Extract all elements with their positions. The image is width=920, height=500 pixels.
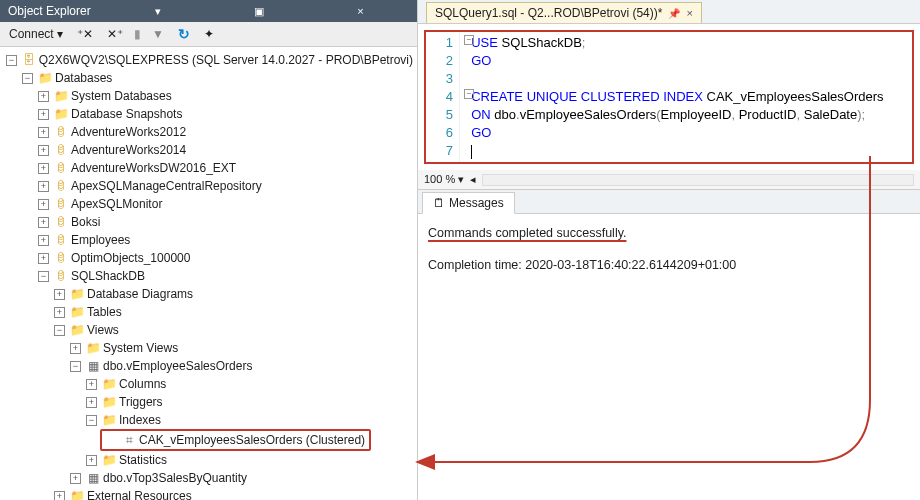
filter-icon[interactable]: ▼ (149, 26, 167, 42)
db-node[interactable]: +🛢ApexSQLMonitor (36, 195, 415, 213)
db-node[interactable]: +🛢OptimObjects_100000 (36, 249, 415, 267)
db-node[interactable]: +🛢AdventureWorks2012 (36, 123, 415, 141)
index-cak-vemployeessalesorders-node[interactable]: ·⌗CAK_vEmployeesSalesOrders (Clustered) (100, 429, 371, 451)
activity-icon[interactable]: ✦ (201, 26, 217, 42)
zoom-bar: 100 % ▾ ◂ (418, 170, 920, 190)
zoom-level[interactable]: 100 % ▾ (424, 173, 464, 186)
dropdown-icon[interactable]: ▾ (109, 5, 206, 18)
tab-messages[interactable]: 🗒 Messages (422, 192, 515, 214)
completion-time: Completion time: 2020-03-18T16:40:22.614… (428, 254, 910, 276)
scroll-left-icon[interactable]: ◂ (470, 173, 476, 186)
connect-button[interactable]: Connect ▾ (6, 26, 66, 42)
server-node[interactable]: −🗄 Q2X6WQV2\SQLEXPRESS (SQL Server 14.0.… (4, 51, 415, 69)
indexes-node[interactable]: −📁Indexes (84, 411, 415, 429)
external-resources-node[interactable]: +📁External Resources (52, 487, 415, 500)
object-tree[interactable]: −🗄 Q2X6WQV2\SQLEXPRESS (SQL Server 14.0.… (0, 47, 417, 500)
columns-node[interactable]: +📁Columns (84, 375, 415, 393)
sqlshackdb-node[interactable]: −🛢SQLShackDB (36, 267, 415, 285)
view-vtop3salesbyquantity-node[interactable]: +▦dbo.vTop3SalesByQuantity (68, 469, 415, 487)
statistics-node[interactable]: +📁Statistics (84, 451, 415, 469)
disconnect-all-icon[interactable]: ✕⁺ (104, 26, 126, 42)
system-databases-node[interactable]: +📁System Databases (36, 87, 415, 105)
databases-node[interactable]: −📁 Databases (20, 69, 415, 87)
object-explorer-toolbar: Connect ▾ ⁺✕ ✕⁺ ▮ ▼ ↻ ✦ (0, 22, 417, 47)
editor-tabs: SQLQuery1.sql - Q2...ROD\BPetrovi (54))*… (418, 0, 920, 24)
code-editor[interactable]: 1234567 USE SQLShackDB; GO CREATE UNIQUE… (426, 32, 912, 162)
db-node[interactable]: +🛢Employees (36, 231, 415, 249)
disconnect-icon[interactable]: ⁺✕ (74, 26, 96, 42)
editor-highlight-box: 1234567 USE SQLShackDB; GO CREATE UNIQUE… (424, 30, 914, 164)
panel-title-text: Object Explorer (8, 4, 105, 18)
code-area[interactable]: USE SQLShackDB; GO CREATE UNIQUE CLUSTER… (460, 32, 888, 162)
fold-icon[interactable]: − (464, 89, 474, 99)
results-tabs: 🗒 Messages (418, 190, 920, 214)
view-vemployeesalesorders-node[interactable]: −▦dbo.vEmployeeSalesOrders (68, 357, 415, 375)
messages-tab-label: Messages (449, 196, 504, 210)
system-views-node[interactable]: +📁System Views (68, 339, 415, 357)
line-gutter: 1234567 (426, 32, 460, 162)
refresh-icon[interactable]: ↻ (175, 25, 193, 43)
tables-node[interactable]: +📁Tables (52, 303, 415, 321)
panel-titlebar: Object Explorer ▾ ▣ × (0, 0, 417, 22)
close-icon[interactable]: × (312, 5, 409, 17)
triggers-node[interactable]: +📁Triggers (84, 393, 415, 411)
success-message: Commands completed successfully. (428, 226, 626, 240)
text-cursor (471, 145, 472, 159)
database-snapshots-node[interactable]: +📁Database Snapshots (36, 105, 415, 123)
object-explorer-panel: Object Explorer ▾ ▣ × Connect ▾ ⁺✕ ✕⁺ ▮ … (0, 0, 418, 500)
db-node[interactable]: +🛢AdventureWorksDW2016_EXT (36, 159, 415, 177)
editor-panel: SQLQuery1.sql - Q2...ROD\BPetrovi (54))*… (418, 0, 920, 500)
tab-label: SQLQuery1.sql - Q2...ROD\BPetrovi (54))* (435, 6, 662, 20)
horizontal-scrollbar[interactable] (482, 174, 914, 186)
messages-output[interactable]: Commands completed successfully. Complet… (418, 214, 920, 500)
views-node[interactable]: −📁Views (52, 321, 415, 339)
database-diagrams-node[interactable]: +📁Database Diagrams (52, 285, 415, 303)
fold-icon[interactable]: − (464, 35, 474, 45)
messages-icon: 🗒 (433, 196, 445, 210)
db-node[interactable]: +🛢Boksi (36, 213, 415, 231)
db-node[interactable]: +🛢AdventureWorks2014 (36, 141, 415, 159)
tab-sqlquery1[interactable]: SQLQuery1.sql - Q2...ROD\BPetrovi (54))*… (426, 2, 702, 23)
pin-icon[interactable]: ▣ (211, 5, 308, 18)
close-tab-icon[interactable]: × (686, 7, 692, 19)
pin-icon[interactable]: 📌 (668, 8, 680, 19)
db-node[interactable]: +🛢ApexSQLManageCentralRepository (36, 177, 415, 195)
server-label: Q2X6WQV2\SQLEXPRESS (SQL Server 14.0.202… (39, 51, 413, 69)
databases-label: Databases (55, 69, 112, 87)
